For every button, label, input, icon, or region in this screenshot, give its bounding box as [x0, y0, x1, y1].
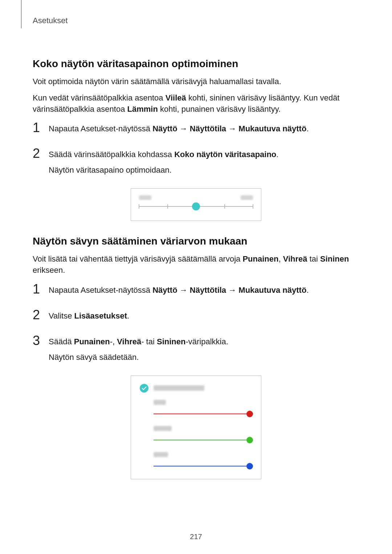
bold-sininen: Sininen: [157, 337, 185, 346]
step-number: 2: [33, 308, 49, 321]
bold-mukautuva: Mukautuva näyttö: [238, 124, 306, 133]
step-text: Säädä värinsäätöpalkkia kohdassa Koko nä…: [49, 147, 359, 180]
arrow-icon: →: [177, 286, 190, 295]
advanced-card: [131, 376, 261, 479]
slider-line: [154, 466, 252, 467]
red-group: [140, 400, 252, 416]
green-slider[interactable]: [154, 438, 252, 443]
step-number: 3: [33, 334, 49, 347]
slider-knob[interactable]: [246, 463, 253, 469]
text-fragment: - tai: [141, 337, 157, 346]
bold-viilea: Viileä: [166, 93, 186, 102]
bold-lisaasetukset: Lisäasetukset: [74, 311, 127, 320]
section1-p1: Voit optimoida näytön värin säätämällä v…: [33, 76, 359, 87]
text-fragment: .: [306, 286, 309, 295]
section2-steps: 1 Napauta Asetukset-näytössä Näyttö → Nä…: [33, 283, 359, 367]
blue-slider[interactable]: [154, 464, 252, 469]
slider-tick: [139, 204, 139, 209]
bold-punainen: Punainen: [74, 337, 110, 346]
text-fragment: -,: [110, 337, 117, 346]
text-fragment: -väripalkkia.: [185, 337, 228, 346]
bold-vihrea: Vihreä: [117, 337, 141, 346]
slider-knob[interactable]: [246, 437, 253, 443]
bold-lammin: Lämmin: [127, 104, 158, 114]
blue-group: [140, 452, 252, 469]
step-number: 1: [33, 283, 49, 296]
step-extra-text: Näytön sävyä säädetään.: [49, 351, 359, 363]
slider-knob[interactable]: [192, 202, 200, 210]
header-divider: [21, 0, 21, 28]
text-fragment: erikseen.: [33, 266, 65, 275]
breadcrumb: Asetukset: [33, 16, 68, 25]
slider-knob[interactable]: [246, 411, 253, 417]
text-fragment: Kun vedät värinsäätöpalkkia asentoa: [33, 93, 166, 102]
slider-right-label-blur: [241, 195, 253, 200]
section2-p1: Voit lisätä tai vähentää tiettyjä värisä…: [33, 254, 359, 276]
step-number: 2: [33, 147, 49, 160]
text-fragment: .: [306, 124, 309, 133]
step-item: 1 Napauta Asetukset-näytössä Näyttö → Nä…: [33, 283, 359, 300]
arrow-icon: →: [177, 124, 190, 133]
bold-nayttotila: Näyttötila: [190, 124, 226, 133]
bold-punainen: Punainen: [242, 254, 278, 263]
checkmark-icon[interactable]: [140, 384, 148, 393]
step-text: Säädä Punainen-, Vihreä- tai Sininen-vär…: [49, 334, 359, 367]
step-text: Valitse Lisäasetukset.: [49, 308, 359, 325]
red-slider[interactable]: [154, 411, 252, 416]
text-fragment: Napauta Asetukset-näytössä: [49, 286, 152, 295]
section-title-2: Näytön sävyn säätäminen väriarvon mukaan: [33, 235, 359, 247]
advanced-title-blur: [154, 385, 204, 391]
bold-naytto: Näyttö: [152, 286, 177, 295]
section1-steps: 1 Napauta Asetukset-näytössä Näyttö → Nä…: [33, 121, 359, 180]
text-fragment: .: [127, 311, 129, 320]
step-text: Napauta Asetukset-näytössä Näyttö → Näyt…: [49, 121, 359, 138]
step-item: 2 Valitse Lisäasetukset.: [33, 308, 359, 325]
arrow-icon: →: [226, 286, 238, 295]
section-title-1: Koko näytön väritasapainon optimoiminen: [33, 58, 359, 70]
advanced-header: [140, 384, 252, 393]
red-label-blur: [154, 400, 166, 405]
text-fragment: tai: [307, 254, 320, 263]
text-fragment: Säädä: [49, 337, 74, 346]
bold-koko-varitasapaino: Koko näytön väritasapaino: [174, 150, 276, 159]
text-fragment: Voit lisätä tai vähentää tiettyjä värisä…: [33, 254, 242, 263]
slider-tick: [253, 204, 253, 209]
slider-line: [154, 414, 252, 415]
figure-rgb-sliders: [33, 376, 359, 479]
text-fragment: Säädä värinsäätöpalkkia kohdassa: [49, 150, 174, 159]
bold-vihrea: Vihreä: [283, 254, 307, 263]
step-item: 1 Napauta Asetukset-näytössä Näyttö → Nä…: [33, 121, 359, 138]
text-fragment: kohti, punainen värisävy lisääntyy.: [158, 104, 281, 114]
text-fragment: Napauta Asetukset-näytössä: [49, 124, 152, 133]
bold-sininen: Sininen: [320, 254, 349, 263]
slider-left-label-blur: [139, 195, 151, 200]
slider-line: [154, 440, 252, 441]
figure-balance-slider: [33, 188, 359, 221]
page-number: 217: [0, 533, 392, 541]
text-fragment: ,: [278, 254, 283, 263]
bold-naytto: Näyttö: [152, 124, 177, 133]
step-number: 1: [33, 121, 49, 134]
arrow-icon: →: [226, 124, 238, 133]
bold-mukautuva: Mukautuva näyttö: [238, 286, 306, 295]
step-item: 3 Säädä Punainen-, Vihreä- tai Sininen-v…: [33, 334, 359, 367]
bold-nayttotila: Näyttötila: [190, 286, 226, 295]
green-label-blur: [154, 426, 172, 431]
slider-card: [131, 188, 261, 221]
balance-slider[interactable]: [139, 203, 253, 210]
text-fragment: .: [276, 150, 278, 159]
step-item: 2 Säädä värinsäätöpalkkia kohdassa Koko …: [33, 147, 359, 180]
slider-tick: [224, 204, 225, 209]
step-text: Napauta Asetukset-näytössä Näyttö → Näyt…: [49, 283, 359, 300]
blue-label-blur: [154, 452, 168, 457]
slider-tick: [167, 204, 168, 209]
text-fragment: Valitse: [49, 311, 74, 320]
section1-p2: Kun vedät värinsäätöpalkkia asentoa Viil…: [33, 93, 359, 115]
green-group: [140, 426, 252, 443]
step-extra-text: Näytön väritasapaino optimoidaan.: [49, 164, 359, 176]
